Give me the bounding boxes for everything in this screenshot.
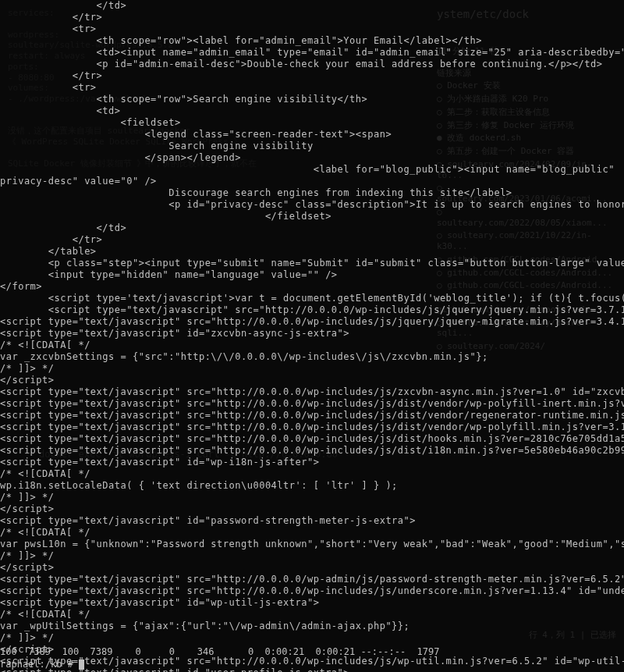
- terminal-output[interactable]: </td> </tr> <tr> <th scope="row"><label …: [0, 0, 624, 672]
- terminal-line: var _wpUtilSettings = {"ajax":{"url":"\/…: [0, 620, 624, 632]
- terminal-line: <script type="text/javascript" src="http…: [0, 433, 624, 445]
- terminal-line: <td><input name="admin_email" type="emai…: [0, 47, 624, 59]
- terminal-line: wp.i18n.setLocaleData( { 'text direction…: [0, 480, 624, 492]
- terminal-line: /* ]]> */: [0, 363, 624, 375]
- terminal-line: <script type="text/javascript" src="http…: [0, 421, 624, 433]
- terminal-line: <td>: [0, 105, 624, 117]
- cursor-icon: [79, 660, 84, 670]
- terminal-line: </fieldset>: [0, 211, 624, 222]
- terminal-line: <tr>: [0, 23, 624, 35]
- terminal-line: <script type="text/javascript" src="http…: [0, 316, 624, 328]
- terminal-line: </table>: [0, 246, 624, 258]
- terminal-line: <script type="text/javascript" src="http…: [0, 304, 624, 316]
- terminal-line: <script type="text/javascript" src="http…: [0, 410, 624, 421]
- faded-curl-command: docker exec -it wordpress-1 curl -L http…: [39, 449, 338, 460]
- terminal-line: <script type="text/javascript" id="passw…: [0, 515, 624, 527]
- terminal-line: <script type="text/javascript" src="http…: [0, 398, 624, 410]
- terminal-line: <script type="text/javascript" id="user-…: [0, 667, 624, 672]
- terminal-line: <th scope="row">Search engine visibility…: [0, 94, 624, 105]
- terminal-line: /* ]]> */: [0, 632, 624, 644]
- terminal-line: /* <![CDATA[ */: [0, 609, 624, 620]
- terminal-line: </span></legend>: [0, 152, 624, 164]
- terminal-line: <fieldset>: [0, 117, 624, 129]
- terminal-line: <script type="text/javascript" src="http…: [0, 386, 624, 398]
- terminal-line: <script type="text/javascript" id="zxcvb…: [0, 328, 624, 340]
- curl-progress-line: 100 7389 100 7389 0 0 346 0 0:00:21 0:00…: [0, 646, 440, 658]
- terminal-line: </script>: [0, 503, 624, 515]
- terminal-line: </td>: [0, 222, 624, 234]
- terminal-line: Discourage search engines from indexing …: [0, 187, 624, 199]
- terminal-line: <th scope="row"><label for="admin_email"…: [0, 35, 624, 47]
- terminal-line: </tr>: [0, 12, 624, 23]
- terminal-line: <p class="step"><input type="submit" nam…: [0, 258, 624, 269]
- terminal-line: </form>: [0, 281, 624, 293]
- terminal-line: <label for="blog_public"><input name="bl…: [0, 164, 624, 176]
- shell-prompt[interactable]: raphael:/kb #: [0, 659, 84, 670]
- terminal-line: <p id="privacy-desc" class="description"…: [0, 199, 624, 211]
- terminal-line: /* <![CDATA[ */: [0, 468, 624, 480]
- terminal-line: Search engine visibility: [0, 140, 624, 152]
- terminal-line: </script>: [0, 562, 624, 574]
- terminal-line: </tr>: [0, 234, 624, 246]
- terminal-line: <p id="admin-email-desc">Double-check yo…: [0, 59, 624, 70]
- terminal-line: </td>: [0, 0, 624, 12]
- terminal-line: privacy-desc" value="0" />: [0, 176, 624, 187]
- terminal-line: <script type="text/javascript" src="http…: [0, 574, 624, 585]
- terminal-line: <script type='text/javascript'>var t = d…: [0, 293, 624, 304]
- terminal-line: <tr>: [0, 82, 624, 94]
- terminal-line: <legend class="screen-reader-text"><span…: [0, 129, 624, 140]
- terminal-line: <script type="text/javascript" src="http…: [0, 585, 624, 597]
- terminal-line: /* ]]> */: [0, 492, 624, 503]
- terminal-line: <script type="text/javascript" id="wp-ut…: [0, 597, 624, 609]
- terminal-line: /* ]]> */: [0, 550, 624, 562]
- terminal-line: </script>: [0, 375, 624, 386]
- terminal-line: /* <![CDATA[ */: [0, 340, 624, 351]
- terminal-line: var pwsL10n = {"unknown":"Password stren…: [0, 539, 624, 550]
- terminal-line: <input type="hidden" name="language" val…: [0, 269, 624, 281]
- terminal-line: /* <![CDATA[ */: [0, 527, 624, 539]
- terminal-line: </tr>: [0, 70, 624, 82]
- terminal-line: var _zxcvbnSettings = {"src":"http:\/\/0…: [0, 351, 624, 363]
